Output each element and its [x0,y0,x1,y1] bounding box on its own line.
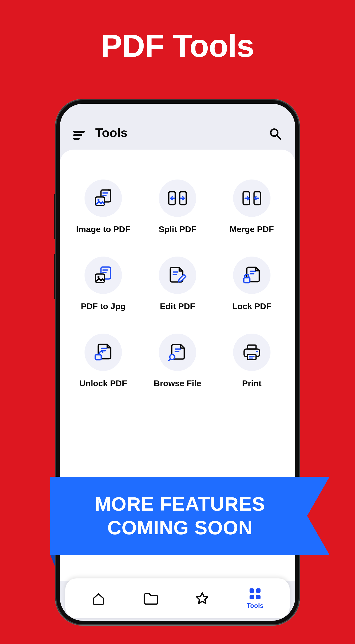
tool-label: Lock PDF [232,302,272,311]
svg-point-18 [98,276,100,278]
split-pdf-icon [167,190,188,207]
star-icon [195,592,209,605]
tool-label: Print [242,378,261,388]
tool-icon-wrap [233,180,270,217]
tool-split-pdf[interactable]: Split PDF [158,180,196,234]
svg-rect-2 [73,138,80,140]
svg-point-34 [256,351,258,352]
search-button[interactable] [269,128,282,140]
tool-icon-wrap [159,180,196,217]
tool-label: Browse File [154,378,202,388]
tool-image-to-pdf[interactable]: Image to PDF [76,180,130,234]
svg-rect-32 [248,345,256,349]
svg-line-4 [277,136,280,139]
svg-rect-1 [73,134,82,136]
tool-label: Unlock PDF [80,378,127,388]
tool-icon-wrap [84,256,122,294]
tool-icon-wrap [233,256,270,294]
nav-favorites[interactable] [195,592,209,605]
tool-lock-pdf[interactable]: Lock PDF [232,256,272,311]
tool-icon-wrap [159,256,196,294]
tool-browse-file[interactable]: Browse File [154,334,202,388]
banner-line-1: MORE FEATURES [95,493,265,515]
tool-icon-wrap [233,334,270,371]
nav-tools[interactable]: Tools [246,588,263,610]
menu-button[interactable] [73,130,86,140]
folder-icon [143,592,158,604]
nav-files[interactable] [143,592,158,604]
merge-pdf-icon [242,190,262,207]
search-icon [269,128,282,140]
svg-line-30 [169,359,170,360]
tool-unlock-pdf[interactable]: Unlock PDF [80,334,127,388]
page-title: PDF Tools [0,28,355,64]
svg-rect-38 [256,588,260,593]
tool-icon-wrap [159,334,196,371]
svg-rect-26 [95,355,101,360]
unlock-pdf-icon [94,343,113,362]
svg-rect-23 [244,278,250,283]
banner-tail [50,555,55,568]
svg-rect-40 [256,595,260,599]
svg-rect-0 [73,131,85,133]
promo-banner: MORE FEATURES COMING SOON [50,477,330,555]
app-bar-title: Tools [95,126,260,140]
tool-pdf-to-jpg[interactable]: PDF to Jpg [81,256,126,311]
edit-pdf-icon [168,266,187,284]
banner-notch [307,477,330,555]
tool-label: Image to PDF [76,224,130,234]
tool-label: PDF to Jpg [81,302,126,311]
lock-pdf-icon [242,266,261,285]
app-bar: Tools [60,104,295,148]
browse-file-icon [168,343,187,362]
tool-label: Split PDF [158,224,196,234]
print-icon [242,344,261,361]
tool-label: Edit PDF [160,302,195,311]
tool-icon-wrap [84,334,122,371]
tool-print[interactable]: Print [233,334,270,388]
tool-edit-pdf[interactable]: Edit PDF [159,256,196,311]
banner-line-2: COMING SOON [107,516,252,539]
svg-point-9 [98,199,100,201]
tool-icon-wrap [84,180,122,217]
nav-tools-label: Tools [246,602,263,610]
banner-body: MORE FEATURES COMING SOON [50,477,310,555]
hamburger-icon [73,130,86,140]
svg-rect-39 [250,595,254,599]
pdf-to-jpg-icon [94,266,113,285]
svg-rect-37 [250,588,254,593]
tool-label: Merge PDF [230,224,274,234]
tools-grid-icon [248,588,262,600]
nav-home[interactable] [92,592,106,605]
tools-grid: Image to PDF Split PDF [67,180,288,388]
home-icon [92,592,106,605]
bottom-nav: Tools [65,578,290,618]
tool-merge-pdf[interactable]: Merge PDF [230,180,274,234]
image-to-pdf-icon [94,188,113,208]
